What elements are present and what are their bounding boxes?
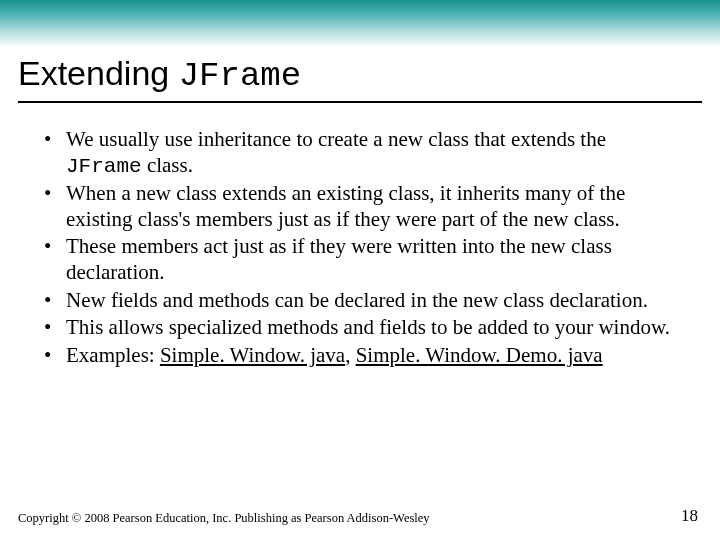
bullet-text: This allows specialized methods and fiel…	[66, 315, 670, 339]
bullet-item: When a new class extends an existing cla…	[52, 181, 680, 232]
bullet-item: Examples: Simple. Window. java, Simple. …	[52, 343, 680, 369]
bullet-text: New fields and methods can be declared i…	[66, 288, 648, 312]
slide-title: Extending JFrame	[18, 54, 700, 95]
bullet-item: New fields and methods can be declared i…	[52, 288, 680, 314]
link-separator: ,	[345, 343, 356, 367]
bullet-text: When a new class extends an existing cla…	[66, 181, 625, 231]
bullet-item: This allows specialized methods and fiel…	[52, 315, 680, 341]
title-code: JFrame	[179, 57, 301, 95]
title-text: Extending	[18, 54, 179, 92]
bullet-list: We usually use inheritance to create a n…	[30, 127, 680, 368]
example-link-1[interactable]: Simple. Window. java	[160, 343, 345, 367]
bullet-text: Examples:	[66, 343, 160, 367]
header-gradient	[0, 0, 720, 48]
title-underline	[18, 101, 702, 103]
bullet-code: JFrame	[66, 155, 142, 178]
bullet-item: These members act just as if they were w…	[52, 234, 680, 285]
bullet-item: We usually use inheritance to create a n…	[52, 127, 680, 179]
copyright-footer: Copyright © 2008 Pearson Education, Inc.…	[18, 511, 430, 526]
title-block: Extending JFrame	[0, 48, 720, 97]
bullet-text: We usually use inheritance to create a n…	[66, 127, 606, 151]
slide: Extending JFrame We usually use inherita…	[0, 0, 720, 540]
page-number: 18	[681, 506, 698, 526]
bullet-text: These members act just as if they were w…	[66, 234, 612, 284]
example-link-2[interactable]: Simple. Window. Demo. java	[356, 343, 603, 367]
bullet-text-post: class.	[142, 153, 193, 177]
